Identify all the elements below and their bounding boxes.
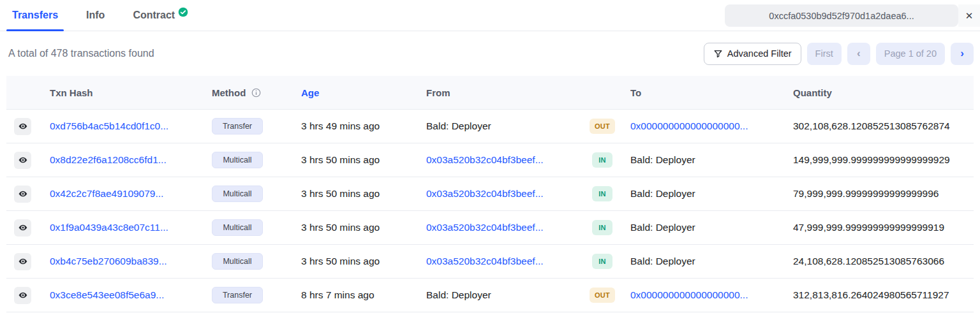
tab-transfers[interactable]: Transfers: [9, 0, 61, 31]
search-filter-chip[interactable]: 0xccfa0530b9d52f970d1a2daea6...: [725, 4, 958, 27]
age-cell: 3 hrs 50 mins ago: [295, 188, 420, 200]
page-indicator: Page 1 of 20: [876, 43, 945, 65]
table-row: 0x1f9a0439a43c8e07c11... Multicall 3 hrs…: [6, 211, 974, 245]
prev-page-button[interactable]: ‹: [847, 43, 870, 65]
tab-info-label: Info: [86, 10, 105, 21]
age-cell: 8 hrs 7 mins ago: [295, 289, 420, 301]
method-badge[interactable]: Multicall: [212, 186, 263, 202]
first-page-button[interactable]: First: [807, 43, 842, 65]
age-cell: 3 hrs 50 mins ago: [295, 154, 420, 166]
quantity-cell: 24,108,628.120852513085763066: [787, 256, 974, 267]
direction-badge-out[interactable]: OUT: [590, 119, 615, 134]
info-icon[interactable]: [251, 88, 261, 98]
eye-icon: [18, 290, 28, 300]
chevron-right-icon: ›: [960, 47, 964, 60]
search-filter-value: 0xccfa0530b9d52f970d1a2daea6...: [769, 11, 914, 21]
table-row: 0x3ce8e543ee08f5e6a9... Transfer 8 hrs 7…: [6, 279, 974, 312]
quantity-cell: 302,108,628.120852513085762874: [787, 120, 974, 132]
quantity-cell: 79,999,999.99999999999999996: [787, 188, 974, 200]
tab-transfers-label: Transfers: [12, 10, 58, 21]
toolbar: A total of 478 transactions found Advanc…: [0, 31, 980, 76]
quantity-cell: 47,999,999.999999999999999919: [787, 222, 974, 233]
age-cell: 3 hrs 49 mins ago: [295, 120, 420, 132]
chevron-left-icon: ‹: [857, 47, 861, 60]
direction-badge-out[interactable]: OUT: [590, 288, 615, 303]
age-cell: 3 hrs 50 mins ago: [295, 222, 420, 233]
from-address: Bald: Deployer: [426, 120, 491, 131]
txn-hash-link[interactable]: 0x1f9a0439a43c8e07c11...: [50, 222, 168, 233]
to-address: Bald: Deployer: [630, 256, 695, 266]
to-address-link[interactable]: 0x000000000000000000...: [630, 289, 748, 300]
header-method: Method: [205, 87, 295, 98]
filter-funnel-icon: [713, 49, 723, 59]
age-cell: 3 hrs 50 mins ago: [295, 256, 420, 267]
page-indicator-label: Page 1 of 20: [884, 48, 937, 59]
header-txn-hash: Txn Hash: [43, 87, 205, 98]
tab-contract[interactable]: Contract: [130, 0, 191, 31]
advanced-filter-label: Advanced Filter: [727, 48, 792, 59]
eye-icon: [18, 222, 28, 233]
header-to: To: [624, 87, 787, 98]
next-page-button[interactable]: ›: [951, 43, 974, 65]
eye-icon: [18, 189, 28, 199]
eye-preview-button[interactable]: [14, 152, 31, 169]
search-area: 0xccfa0530b9d52f970d1a2daea6... ✕: [725, 4, 980, 27]
header-from: From: [420, 87, 581, 98]
first-page-label: First: [815, 48, 833, 59]
method-badge[interactable]: Multicall: [212, 253, 263, 270]
direction-badge-in[interactable]: IN: [592, 254, 612, 269]
eye-icon: [18, 155, 28, 165]
header-quantity: Quantity: [787, 87, 974, 98]
header-age-sort[interactable]: Age: [295, 87, 420, 98]
from-address: Bald: Deployer: [426, 289, 491, 300]
to-address: Bald: Deployer: [630, 222, 695, 233]
clear-search-button[interactable]: ✕: [958, 4, 980, 27]
eye-preview-button[interactable]: [14, 287, 31, 304]
verified-check-icon: [178, 7, 188, 17]
close-icon: ✕: [965, 10, 974, 22]
eye-preview-button[interactable]: [14, 253, 31, 270]
from-address-link[interactable]: 0x03a520b32c04bf3beef...: [426, 222, 544, 233]
direction-badge-in[interactable]: IN: [592, 152, 612, 168]
eye-preview-button[interactable]: [14, 219, 31, 237]
tab-contract-label: Contract: [133, 10, 175, 21]
from-address-link[interactable]: 0x03a520b32c04bf3beef...: [426, 188, 544, 199]
table-header-row: Txn Hash Method Age From To Quantity: [6, 76, 974, 110]
from-address-link[interactable]: 0x03a520b32c04bf3beef...: [426, 154, 544, 165]
eye-icon: [18, 256, 28, 266]
method-badge[interactable]: Multicall: [212, 152, 263, 168]
method-badge[interactable]: Multicall: [212, 219, 263, 236]
to-address: Bald: Deployer: [630, 188, 695, 199]
txn-hash-link[interactable]: 0x8d22e2f6a1208cc6fd1...: [50, 154, 167, 165]
table-row: 0xb4c75eb270609ba839... Multicall 3 hrs …: [6, 245, 974, 279]
table-row: 0xd756b4ac5b14cd0f1c0... Transfer 3 hrs …: [6, 110, 974, 143]
tab-bar: Transfers Info Contract 0xccfa0530b9d52f…: [0, 0, 980, 31]
method-badge[interactable]: Transfer: [212, 287, 263, 303]
txn-hash-link[interactable]: 0xb4c75eb270609ba839...: [50, 256, 167, 266]
eye-preview-button[interactable]: [14, 118, 31, 135]
pagination-controls: Advanced Filter First ‹ Page 1 of 20 ›: [704, 43, 974, 65]
txn-hash-link[interactable]: 0x42c2c7f8ae49109079...: [50, 188, 163, 199]
txn-hash-link[interactable]: 0x3ce8e543ee08f5e6a9...: [50, 289, 164, 300]
table-row: 0x42c2c7f8ae49109079... Multicall 3 hrs …: [6, 177, 974, 211]
quantity-cell: 312,813,816.264024980565711927: [787, 289, 974, 301]
transfers-table: Txn Hash Method Age From To Quantity 0xd…: [6, 76, 974, 312]
advanced-filter-button[interactable]: Advanced Filter: [704, 43, 801, 65]
txn-hash-link[interactable]: 0xd756b4ac5b14cd0f1c0...: [50, 120, 168, 131]
eye-preview-button[interactable]: [14, 186, 31, 203]
direction-badge-in[interactable]: IN: [592, 220, 612, 235]
direction-badge-in[interactable]: IN: [592, 186, 612, 201]
header-method-label: Method: [212, 87, 246, 98]
to-address-link[interactable]: 0x000000000000000000...: [630, 120, 748, 131]
tab-info[interactable]: Info: [83, 0, 108, 31]
to-address: Bald: Deployer: [630, 154, 695, 165]
table-row: 0x8d22e2f6a1208cc6fd1... Multicall 3 hrs…: [6, 143, 974, 177]
quantity-cell: 149,999,999.999999999999999929: [787, 154, 974, 166]
transactions-count-text: A total of 478 transactions found: [8, 48, 154, 59]
method-badge[interactable]: Transfer: [212, 118, 263, 135]
eye-icon: [18, 121, 28, 131]
from-address-link[interactable]: 0x03a520b32c04bf3beef...: [426, 256, 544, 266]
